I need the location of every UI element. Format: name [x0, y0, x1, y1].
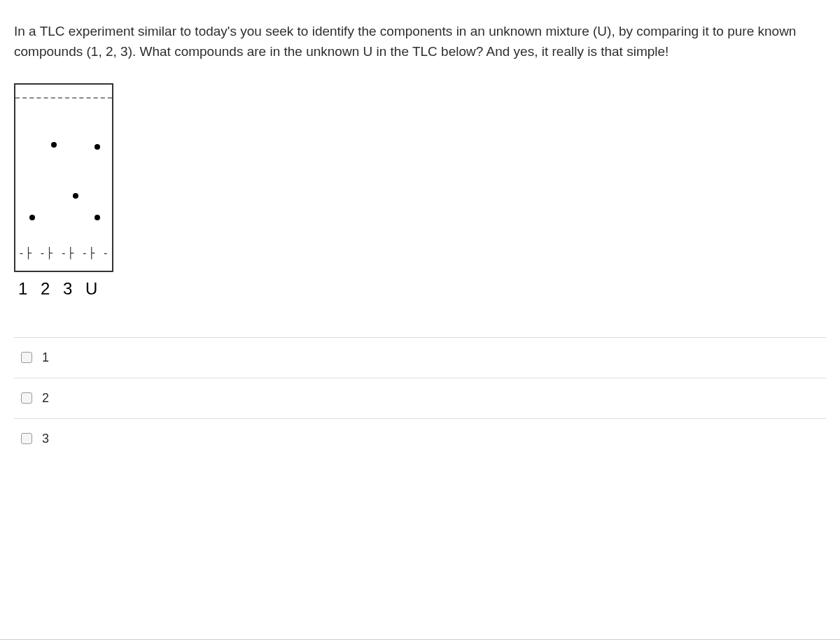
spot-lane3-mid	[73, 193, 78, 199]
checkbox-3[interactable]	[21, 433, 32, 444]
question-text: In a TLC experiment similar to today's y…	[14, 21, 826, 62]
options-list: 1 2 3	[14, 337, 826, 459]
lane-labels: 1 2 3 U	[14, 279, 826, 299]
question-container: In a TLC experiment similar to today's y…	[0, 0, 840, 640]
checkbox-2[interactable]	[21, 392, 32, 404]
baseline-marks: -├ -├ -├ -├ -	[18, 247, 112, 259]
option-row-1[interactable]: 1	[14, 338, 826, 378]
spot-lane2-high	[51, 142, 57, 148]
spot-laneU-high	[94, 144, 100, 150]
spot-lane1-low	[29, 215, 35, 220]
option-label-3: 3	[42, 432, 49, 446]
tlc-plate: -├ -├ -├ -├ -	[14, 83, 113, 272]
spot-laneU-low	[94, 215, 100, 220]
option-row-3[interactable]: 3	[14, 419, 826, 459]
option-label-2: 2	[42, 391, 49, 406]
tlc-diagram: -├ -├ -├ -├ - 1 2 3 U	[14, 83, 826, 299]
option-row-2[interactable]: 2	[14, 378, 826, 419]
option-label-1: 1	[42, 350, 49, 365]
solvent-front-line	[15, 97, 112, 99]
checkbox-1[interactable]	[21, 352, 32, 363]
